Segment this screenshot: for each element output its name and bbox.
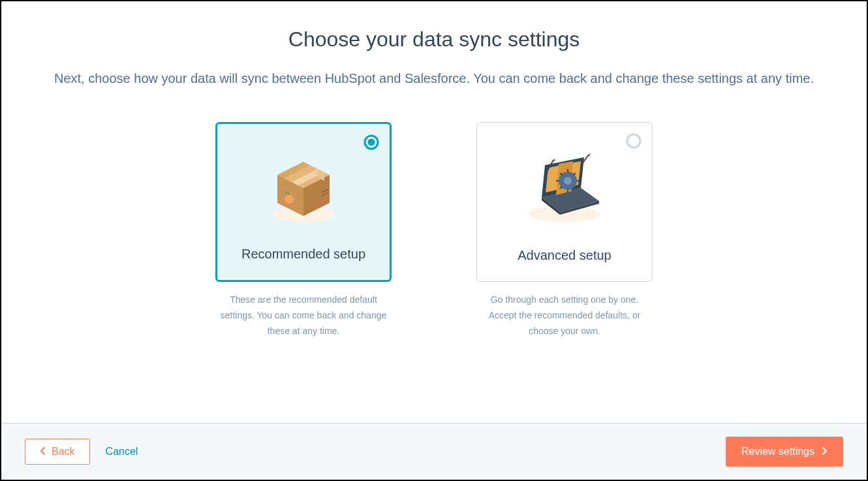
chevron-right-icon (821, 446, 828, 458)
back-button[interactable]: Back (25, 439, 90, 465)
svg-point-11 (285, 194, 294, 204)
option-recommended-title: Recommended setup (241, 247, 365, 262)
main-content: Choose your data sync settings Next, cho… (1, 1, 867, 423)
options-row: Recommended setup These are the recommen… (215, 122, 653, 339)
page-subtitle: Next, choose how your data will sync bet… (54, 67, 814, 89)
review-button-label: Review settings (741, 446, 814, 458)
page-title: Choose your data sync settings (288, 27, 580, 52)
svg-marker-34 (589, 153, 591, 157)
footer-left: Back Cancel (25, 439, 138, 465)
review-settings-button[interactable]: Review settings (726, 437, 843, 467)
radio-selected-icon (364, 134, 379, 150)
back-button-label: Back (52, 446, 75, 458)
box-illustration-icon (229, 136, 378, 240)
svg-marker-33 (553, 159, 555, 162)
option-advanced-card[interactable]: Advanced setup (476, 122, 653, 282)
option-advanced-column: Advanced setup Go through each setting o… (476, 122, 653, 339)
radio-unselected-icon (626, 133, 642, 149)
svg-point-22 (564, 177, 572, 185)
footer-bar: Back Cancel Review settings (1, 423, 867, 480)
chevron-left-icon (40, 446, 46, 458)
option-recommended-card[interactable]: Recommended setup (215, 122, 392, 282)
option-advanced-description: Go through each setting one by one. Acce… (476, 292, 653, 339)
option-advanced-title: Advanced setup (518, 248, 611, 263)
option-recommended-column: Recommended setup These are the recommen… (215, 122, 392, 339)
svg-point-13 (627, 134, 640, 147)
laptop-illustration-icon (489, 134, 640, 241)
cancel-link[interactable]: Cancel (106, 446, 138, 458)
svg-point-1 (368, 139, 375, 146)
option-recommended-description: These are the recommended default settin… (215, 292, 392, 339)
